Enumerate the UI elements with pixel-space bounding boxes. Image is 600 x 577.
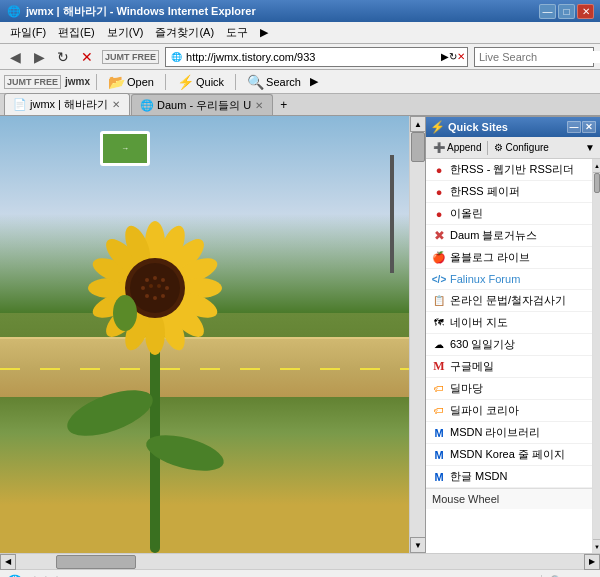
qs-item-9[interactable]: M 구글메일 bbox=[426, 356, 600, 378]
qs-scroll-down[interactable]: ▼ bbox=[593, 539, 600, 553]
menu-tools[interactable]: 도구 bbox=[220, 23, 254, 42]
qs-scrollbar[interactable]: ▲ ▼ bbox=[592, 159, 600, 553]
forward-button[interactable]: ▶ bbox=[28, 47, 50, 67]
qs-item-3-icon: ✖ bbox=[432, 229, 446, 243]
qs-expand-button[interactable]: ▼ bbox=[582, 141, 598, 154]
qs-item-9-label: 구글메일 bbox=[450, 359, 494, 374]
refresh-small-button[interactable]: ↻ bbox=[449, 51, 457, 62]
search-input[interactable] bbox=[475, 51, 600, 63]
qs-item-14[interactable]: M 한글 MSDN bbox=[426, 466, 600, 488]
tab-2[interactable]: 🌐 Daum - 우리들의 U ✕ bbox=[131, 94, 273, 115]
scroll-thumb-horizontal[interactable] bbox=[56, 555, 136, 569]
svg-point-22 bbox=[165, 286, 169, 290]
qs-item-13-label: MSDN Korea 줄 페이지 bbox=[450, 447, 565, 462]
new-tab-button[interactable]: + bbox=[274, 95, 293, 115]
stop-button[interactable]: ✕ bbox=[76, 47, 98, 67]
tab-1[interactable]: 📄 jwmx | 해바라기 ✕ bbox=[4, 93, 130, 115]
toolbar-more[interactable]: ▶ bbox=[310, 75, 318, 88]
svg-point-20 bbox=[149, 284, 153, 288]
maximize-button[interactable]: □ bbox=[558, 4, 575, 19]
qs-item-12-icon: M bbox=[432, 426, 446, 440]
qs-toolbar-sep bbox=[487, 141, 488, 155]
nav-bar: ◀ ▶ ↻ ✕ JUMT FREE 🌐 ▶ ↻ ✕ 🔍 bbox=[0, 44, 600, 70]
qs-close-button[interactable]: ✕ bbox=[582, 121, 596, 133]
qs-item-0[interactable]: ● 한RSS - 웹기반 RSS리더 bbox=[426, 159, 600, 181]
qs-item-1[interactable]: ● 한RSS 페이퍼 bbox=[426, 181, 600, 203]
vertical-scrollbar[interactable]: ▲ ▼ bbox=[409, 116, 425, 553]
toolbar-sep-3 bbox=[235, 74, 236, 90]
qs-item-7-icon: 🗺 bbox=[432, 316, 446, 330]
window-controls: — □ ✕ bbox=[539, 4, 594, 19]
leaf-left bbox=[62, 381, 159, 446]
toolbar-search[interactable]: 🔍 Search bbox=[242, 71, 306, 93]
menu-favorites[interactable]: 즐겨찾기(A) bbox=[149, 23, 220, 42]
qs-item-4-label: 올블로그 라이브 bbox=[450, 250, 530, 265]
globe-icon: 🌐 bbox=[6, 574, 23, 578]
back-button[interactable]: ◀ bbox=[4, 47, 26, 67]
flower-center-inner bbox=[130, 263, 180, 313]
qs-item-5[interactable]: </> Falinux Forum bbox=[426, 269, 600, 290]
qs-scroll-thumb[interactable] bbox=[594, 173, 600, 193]
scroll-up-button[interactable]: ▲ bbox=[410, 116, 426, 132]
menu-edit[interactable]: 편집(E) bbox=[52, 23, 101, 42]
qs-item-1-label: 한RSS 페이퍼 bbox=[450, 184, 520, 199]
qs-item-6-label: 온라인 문법/철자검사기 bbox=[450, 293, 566, 308]
qs-item-8[interactable]: ☁ 630 일일기상 bbox=[426, 334, 600, 356]
qs-scroll-up[interactable]: ▲ bbox=[593, 159, 600, 173]
qs-item-3[interactable]: ✖ Daum 블로거뉴스 bbox=[426, 225, 600, 247]
svg-point-16 bbox=[145, 278, 149, 282]
qs-item-12[interactable]: M MSDN 라이브러리 bbox=[426, 422, 600, 444]
toolbar-quick[interactable]: ⚡ Quick bbox=[172, 71, 229, 93]
qs-item-5-icon: </> bbox=[432, 272, 446, 286]
qs-mouse-wheel: Mouse Wheel bbox=[426, 488, 600, 509]
qs-item-0-label: 한RSS - 웹기반 RSS리더 bbox=[450, 162, 574, 177]
scroll-track-vertical bbox=[410, 132, 425, 537]
refresh-button[interactable]: ↻ bbox=[52, 47, 74, 67]
qs-item-7[interactable]: 🗺 네이버 지도 bbox=[426, 312, 600, 334]
scroll-thumb-vertical[interactable] bbox=[411, 132, 425, 162]
toolbar-open[interactable]: 📂 Open bbox=[103, 71, 159, 93]
search-bar[interactable]: 🔍 bbox=[474, 47, 594, 67]
menu-file[interactable]: 파일(F) bbox=[4, 23, 52, 42]
menu-more[interactable]: ▶ bbox=[254, 24, 274, 41]
menu-view[interactable]: 보기(V) bbox=[101, 23, 150, 42]
qs-item-11[interactable]: 🏷 딜파이 코리아 bbox=[426, 400, 600, 422]
petals bbox=[88, 221, 222, 355]
logo-badge: JUMT FREE bbox=[102, 50, 159, 64]
qs-append-icon: ➕ bbox=[433, 142, 445, 153]
svg-point-21 bbox=[157, 284, 161, 288]
qs-configure-button[interactable]: ⚙ Configure bbox=[489, 139, 553, 156]
qs-item-14-icon: M bbox=[432, 470, 446, 484]
qs-item-6[interactable]: 📋 온라인 문법/철자검사기 bbox=[426, 290, 600, 312]
road-sign: → bbox=[100, 131, 150, 166]
qs-append-button[interactable]: ➕ Append bbox=[428, 139, 486, 156]
address-input[interactable] bbox=[184, 51, 441, 63]
close-button[interactable]: ✕ bbox=[577, 4, 594, 19]
qs-item-13[interactable]: M MSDN Korea 줄 페이지 bbox=[426, 444, 600, 466]
qs-item-14-label: 한글 MSDN bbox=[450, 469, 507, 484]
qs-item-4[interactable]: 🍎 올블로그 라이브 bbox=[426, 247, 600, 269]
go-button[interactable]: ▶ bbox=[441, 51, 449, 62]
quick-label: Quick bbox=[196, 76, 224, 88]
scroll-right-button[interactable]: ▶ bbox=[584, 554, 600, 570]
tab-2-close[interactable]: ✕ bbox=[254, 100, 264, 111]
quick-sites-panel: ⚡ Quick Sites — ✕ ➕ Append ⚙ Configure ▼… bbox=[425, 116, 600, 553]
qs-item-4-icon: 🍎 bbox=[432, 251, 446, 265]
stop-small-button[interactable]: ✕ bbox=[457, 51, 465, 62]
qs-item-2[interactable]: ● 이올린 bbox=[426, 203, 600, 225]
address-bar[interactable]: 🌐 ▶ ↻ ✕ bbox=[165, 47, 468, 67]
qs-configure-icon: ⚙ bbox=[494, 142, 503, 153]
qs-item-13-icon: M bbox=[432, 448, 446, 462]
quick-icon: ⚡ bbox=[177, 74, 194, 90]
svg-point-23 bbox=[145, 294, 149, 298]
minimize-button[interactable]: — bbox=[539, 4, 556, 19]
scroll-down-button[interactable]: ▼ bbox=[410, 537, 426, 553]
tab-2-icon: 🌐 bbox=[140, 99, 154, 112]
scroll-left-button[interactable]: ◀ bbox=[0, 554, 16, 570]
svg-point-18 bbox=[161, 278, 165, 282]
address-icon: 🌐 bbox=[168, 49, 184, 65]
light-pole bbox=[390, 155, 394, 273]
tab-1-close[interactable]: ✕ bbox=[111, 99, 121, 110]
qs-item-10[interactable]: 🏷 딜마당 bbox=[426, 378, 600, 400]
qs-minimize-button[interactable]: — bbox=[567, 121, 581, 133]
